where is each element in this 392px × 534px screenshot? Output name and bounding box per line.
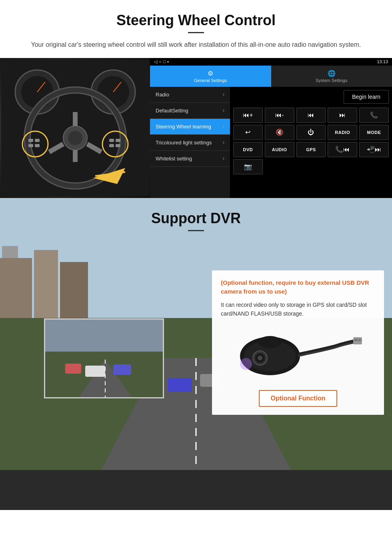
- home-icon: ○: [159, 59, 162, 64]
- steering-section: ◁ ○ □ ▪ 13:13 ⚙ General Settings 🌐 Syste…: [0, 58, 392, 198]
- menu-icon: ▪: [167, 59, 169, 64]
- ctrl-vol-up[interactable]: ⏮+: [233, 108, 263, 123]
- ctrl-audio[interactable]: AUDIO: [265, 142, 294, 157]
- statusbar-nav-icons: ◁ ○ □ ▪: [154, 59, 169, 64]
- begin-learn-button[interactable]: Begin learn: [344, 90, 389, 104]
- menu-item-radio[interactable]: Radio ›: [150, 87, 230, 103]
- menu-item-steering-label: Steering Wheel learning: [156, 124, 211, 130]
- back-icon: ◁: [154, 59, 157, 64]
- svg-rect-22: [116, 139, 120, 142]
- menu-item-default-label: DefaultSetting: [156, 108, 188, 114]
- begin-learn-row: Begin learn: [233, 90, 389, 104]
- ctrl-dvd[interactable]: DVD: [233, 142, 263, 157]
- ctrl-mute[interactable]: 🔇: [265, 125, 294, 140]
- ctrl-gps[interactable]: GPS: [296, 142, 326, 157]
- dvr-header: Support DVR: [0, 198, 392, 238]
- optional-function-button[interactable]: Optional Function: [259, 390, 338, 407]
- recents-icon: □: [163, 59, 166, 64]
- dvr-info-box: (Optional function, require to buy exter…: [212, 270, 384, 415]
- dvr-section: Support DVR (Optional function, require …: [0, 198, 392, 510]
- chevron-right-icon: ›: [223, 124, 224, 129]
- svg-rect-44: [85, 366, 105, 377]
- svg-rect-19: [28, 144, 33, 147]
- steering-wheel-image: [0, 58, 150, 198]
- svg-rect-45: [113, 364, 131, 375]
- chevron-right-icon: ›: [223, 108, 224, 113]
- title-divider: [188, 32, 204, 33]
- svg-rect-43: [65, 364, 81, 374]
- dvr-thumbnail-svg: [45, 320, 164, 398]
- header-section: Steering Wheel Control Your original car…: [0, 0, 392, 58]
- chevron-right-icon: ›: [223, 140, 224, 145]
- dvr-description: It can record video only to storage in G…: [221, 300, 375, 318]
- subtitle-text: Your original car's steering wheel contr…: [24, 40, 368, 50]
- control-grid: ⏮+ ⏮- ⏮ ⏭ 📞 ↩ 🔇 ⏻ RADIO MODE DVD AUDIO G…: [233, 108, 389, 174]
- dvr-title-divider: [188, 230, 204, 231]
- svg-point-48: [258, 336, 282, 348]
- tab-system-settings[interactable]: 🌐 System Settings: [271, 66, 392, 87]
- ctrl-back[interactable]: ↩: [233, 125, 263, 140]
- ctrl-next[interactable]: ⏭: [328, 108, 357, 123]
- dvr-thumbnail: [44, 318, 164, 398]
- svg-rect-21: [109, 139, 114, 142]
- svg-rect-55: [358, 339, 361, 341]
- camera-svg: [234, 326, 362, 382]
- svg-rect-23: [109, 144, 114, 147]
- svg-rect-18: [35, 139, 40, 142]
- page-title: Steering Wheel Control: [16, 12, 376, 29]
- menu-item-steering-wheel[interactable]: Steering Wheel learning ›: [150, 119, 230, 135]
- svg-point-51: [258, 356, 262, 360]
- svg-rect-20: [35, 144, 40, 147]
- svg-point-14: [68, 131, 82, 145]
- optional-function-container: Optional Function: [221, 382, 375, 407]
- chevron-right-icon: ›: [223, 156, 224, 161]
- svg-rect-17: [28, 139, 33, 142]
- android-panel: ◁ ○ □ ▪ 13:13 ⚙ General Settings 🌐 Syste…: [150, 58, 392, 198]
- dvr-title: Support DVR: [0, 210, 392, 227]
- svg-rect-31: [2, 246, 18, 258]
- menu-item-tricoloured[interactable]: Tricoloured light settings ›: [150, 135, 230, 151]
- dvr-camera-visual: [221, 326, 375, 382]
- menu-item-whitelist-label: Whitelist setting: [156, 156, 192, 162]
- ctrl-vol-down[interactable]: ⏮-: [265, 108, 294, 123]
- ctrl-camera[interactable]: 📷: [233, 159, 263, 174]
- ctrl-radio[interactable]: RADIO: [328, 125, 357, 140]
- menu-item-radio-label: Radio: [156, 92, 169, 98]
- ctrl-call-prev[interactable]: 📞⏮: [328, 142, 357, 157]
- content-area: Begin learn ⏮+ ⏮- ⏮ ⏭ 📞 ↩ 🔇 ⏻ RADIO MODE: [230, 87, 392, 198]
- ctrl-mode[interactable]: MODE: [359, 125, 389, 140]
- tab-general-settings[interactable]: ⚙ General Settings: [150, 66, 271, 87]
- svg-rect-36: [168, 378, 192, 392]
- svg-point-52: [240, 358, 252, 370]
- settings-tabs: ⚙ General Settings 🌐 System Settings: [150, 66, 392, 87]
- svg-rect-24: [116, 144, 120, 147]
- ctrl-call-next[interactable]: 📲⏭: [359, 142, 389, 157]
- ctrl-phone[interactable]: 📞: [359, 108, 389, 123]
- tab-general-label: General Settings: [153, 78, 268, 83]
- menu-item-default-setting[interactable]: DefaultSetting ›: [150, 103, 230, 119]
- ctrl-power[interactable]: ⏻: [296, 125, 326, 140]
- statusbar-time: 13:13: [377, 59, 388, 64]
- panel-content: Radio › DefaultSetting › Steering Wheel …: [150, 87, 392, 198]
- menu-list: Radio › DefaultSetting › Steering Wheel …: [150, 87, 230, 198]
- svg-rect-38: [0, 470, 392, 510]
- menu-item-tricoloured-label: Tricoloured light settings: [156, 140, 212, 146]
- statusbar: ◁ ○ □ ▪ 13:13: [150, 58, 392, 66]
- tab-system-label: System Settings: [274, 78, 389, 83]
- steering-wheel-svg: [1, 60, 149, 196]
- chevron-right-icon: ›: [223, 92, 224, 97]
- svg-rect-54: [354, 339, 358, 341]
- ctrl-prev[interactable]: ⏮: [296, 108, 326, 123]
- globe-icon: 🌐: [274, 70, 389, 77]
- menu-item-whitelist[interactable]: Whitelist setting ›: [150, 151, 230, 167]
- gear-icon: ⚙: [153, 70, 268, 77]
- dvr-optional-text: (Optional function, require to buy exter…: [221, 278, 375, 296]
